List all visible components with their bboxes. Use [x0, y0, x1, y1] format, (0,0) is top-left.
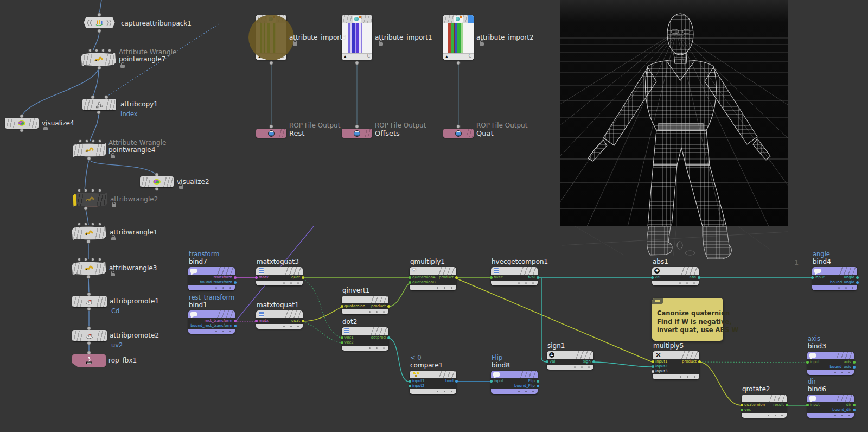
- port-matx-in[interactable]: [255, 320, 258, 322]
- port-product-out[interactable]: [698, 360, 701, 363]
- port-rest-transform-out[interactable]: [234, 320, 237, 322]
- port-input1-in[interactable]: [409, 380, 411, 383]
- port-axis-out[interactable]: [853, 361, 856, 364]
- sticky-note[interactable]: Canonize quaternion Find if W is negativ…: [652, 298, 723, 341]
- port-bound-angle-out[interactable]: [856, 281, 859, 284]
- vop-node-sign1[interactable]: sign1 ± valsign: [547, 351, 593, 370]
- port-matx-in[interactable]: [255, 276, 258, 279]
- port-hvec-in[interactable]: [490, 276, 493, 279]
- speech-bubble-icon: [809, 396, 816, 401]
- node-captureattribunpack1[interactable]: [82, 17, 116, 28]
- rop-output-icon: [455, 130, 462, 137]
- port-fval-out[interactable]: [537, 276, 539, 279]
- sticky-note-collapse-icon[interactable]: [652, 298, 663, 304]
- port-val-in[interactable]: [651, 276, 654, 279]
- port-quaternion-in[interactable]: [741, 404, 743, 406]
- node-name: pointwrangle7: [119, 55, 165, 63]
- port-input3-in[interactable]: [652, 370, 654, 373]
- cache-icon[interactable]: C: [367, 54, 370, 59]
- vop-node-qrotate2[interactable]: qrotate2 quaternionresult vec: [742, 395, 787, 418]
- port-quat-out[interactable]: [302, 276, 304, 279]
- port-input-in[interactable]: [806, 404, 809, 406]
- vop-node-compare1[interactable]: < 0 compare1 input1bool input2: [410, 371, 456, 394]
- port-input2-in[interactable]: [652, 365, 654, 368]
- node-rop-offsets[interactable]: [342, 129, 372, 138]
- node-attribwrangle2-selected[interactable]: [73, 192, 108, 207]
- wrangle-icon: [84, 265, 93, 272]
- port-dir-out[interactable]: [853, 404, 856, 406]
- port-quaternion-in[interactable]: [341, 305, 343, 308]
- vop-node-matxtoquat3[interactable]: matxtoquat3 matxquat: [256, 267, 303, 285]
- vop-node-bind7[interactable]: transform bind7 transform bound_transfor…: [188, 267, 235, 290]
- port-abs-out[interactable]: [698, 276, 700, 279]
- node-type-label: ROP File Output: [476, 122, 527, 129]
- cook-triangle-icon[interactable]: ▲: [445, 54, 448, 58]
- port-vec-in[interactable]: [741, 409, 743, 411]
- port-input1-in[interactable]: [652, 360, 654, 363]
- node-rop-quat[interactable]: [443, 129, 474, 138]
- port-bound-rest-transform-out[interactable]: [234, 325, 237, 327]
- vop-node-dot2[interactable]: dot2 vec1dotprod vec2: [342, 327, 388, 351]
- context-label: angle: [813, 251, 831, 258]
- node-attribpromote2[interactable]: [72, 330, 107, 341]
- port-quaternionA-in[interactable]: [409, 276, 411, 279]
- port-bound-flip-out[interactable]: [537, 385, 539, 387]
- node-name: attribwrangle1: [110, 228, 157, 236]
- display-flag[interactable]: [468, 15, 474, 23]
- vop-node-qinvert1[interactable]: qinvert1 quaternionproduct: [342, 296, 388, 314]
- cache-icon[interactable]: C: [468, 54, 471, 59]
- port-input-in[interactable]: [806, 361, 809, 364]
- port-dotprod-out[interactable]: [387, 336, 390, 339]
- capture-attrib-unpack-icon: [87, 19, 111, 26]
- port-bound-dir-out[interactable]: [853, 409, 856, 411]
- port-quaternionB-in[interactable]: [409, 281, 411, 284]
- port-bound-axis-out[interactable]: [853, 366, 856, 369]
- node-visualize4[interactable]: [5, 118, 39, 129]
- port-val-in[interactable]: [546, 360, 548, 363]
- node-pointwrangle4[interactable]: [73, 143, 107, 157]
- port-input2-in[interactable]: [409, 385, 411, 387]
- sticky-note-text: Canonize quaternion Find if W is negativ…: [657, 309, 738, 335]
- node-rop_fbx1[interactable]: [72, 354, 106, 367]
- port-bool-out[interactable]: [455, 380, 458, 383]
- vop-node-multiply5[interactable]: multiply5 × input1product input2 input3: [653, 351, 699, 379]
- node-name: bind8: [492, 362, 510, 370]
- sign-icon: ±: [549, 352, 554, 358]
- vop-node-bind6[interactable]: dir bind6 inputdir bound_dir: [807, 395, 854, 418]
- vop-node-qmultiply1[interactable]: qmultiply1 * quaternionAproduct quaterni…: [410, 267, 456, 290]
- node-name: bind4: [813, 258, 831, 266]
- vop-node-matxtoquat1-selected[interactable]: matxtoquat1 matxquat: [256, 310, 303, 329]
- attrib-promote-icon: [86, 332, 94, 339]
- node-pointwrangle7[interactable]: [81, 52, 116, 67]
- vop-node-bind1[interactable]: rest_transform bind1 rest_transform boun…: [188, 310, 235, 334]
- port-quat-out[interactable]: [302, 320, 304, 322]
- vop-node-abs1[interactable]: abs1 + valabs: [652, 267, 699, 285]
- port-input-in[interactable]: [490, 380, 493, 383]
- node-attribpromote1[interactable]: [72, 296, 107, 307]
- preview-thumbnail: [443, 23, 474, 53]
- port-sign-out[interactable]: [592, 360, 595, 363]
- lock-icon: [480, 42, 484, 46]
- port-vec2-in[interactable]: [341, 341, 343, 344]
- vop-node-bind8[interactable]: Flip bind8 inputFlip bound_Flip: [491, 371, 538, 394]
- template-flag[interactable]: [73, 194, 77, 206]
- vop-node-bind3[interactable]: axis bind3 inputaxis bound_axis: [807, 352, 854, 375]
- port-bound-transform-out[interactable]: [234, 281, 237, 284]
- port-result-out[interactable]: [786, 404, 788, 406]
- port-transform-out[interactable]: [234, 276, 237, 279]
- vop-node-hvecgetcompon1[interactable]: hvecgetcompon1 hvecfval: [491, 267, 538, 285]
- port-input-in[interactable]: [811, 276, 814, 279]
- node-visualize2[interactable]: [140, 176, 174, 187]
- cook-triangle-icon[interactable]: ▲: [344, 54, 347, 58]
- vop-node-bind4[interactable]: angle bind4 inputangle bound_angle: [812, 267, 857, 290]
- node-rop-rest[interactable]: [256, 129, 286, 138]
- node-attribwrangle3[interactable]: [72, 261, 106, 276]
- port-flip-out[interactable]: [537, 380, 539, 383]
- port-vec1-in[interactable]: [341, 336, 343, 339]
- port-angle-out[interactable]: [856, 276, 859, 279]
- node-attribwrangle1[interactable]: [72, 226, 106, 240]
- port-product-out[interactable]: [387, 305, 390, 308]
- node-attribute_import2-selected[interactable]: ▲ C: [443, 15, 474, 60]
- node-attribcopy1[interactable]: [82, 99, 116, 110]
- port-product-out[interactable]: [455, 276, 458, 279]
